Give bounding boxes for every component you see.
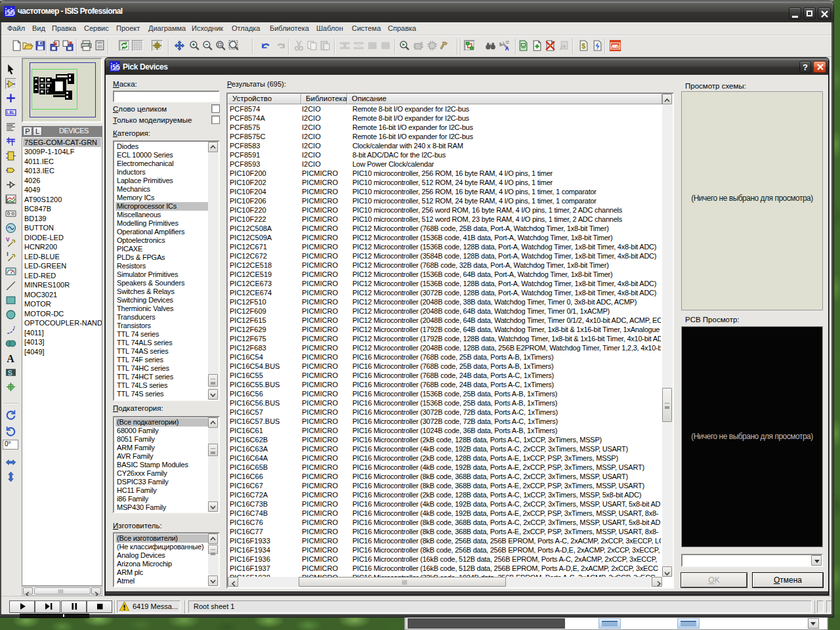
svg-text:S: S bbox=[8, 369, 12, 377]
svg-text:A: A bbox=[505, 45, 509, 51]
svg-text:LBL: LBL bbox=[7, 110, 14, 115]
svg-text:ARES: ARES bbox=[611, 43, 619, 49]
svg-text:I: I bbox=[7, 251, 8, 257]
svg-text:$: $ bbox=[581, 42, 585, 50]
svg-text::: : bbox=[6, 180, 7, 184]
svg-text:V: V bbox=[6, 237, 10, 243]
svg-text:A: A bbox=[7, 353, 14, 364]
